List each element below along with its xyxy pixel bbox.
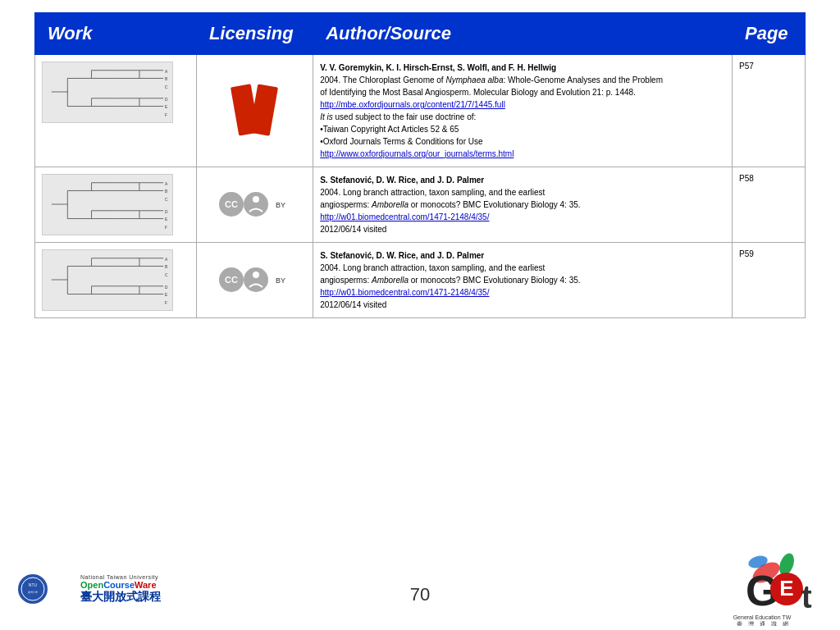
- svg-text:B: B: [165, 189, 167, 194]
- ntu-seal-icon: NTU 臺灣大學: [16, 564, 74, 614]
- get-logo: G E t General Education TW 臺 灣 通 識 網: [696, 552, 828, 626]
- svg-text:E: E: [779, 576, 793, 600]
- course-text: Course: [103, 580, 135, 590]
- svg-text:A: A: [165, 258, 168, 262]
- svg-text:t: t: [801, 580, 812, 614]
- svg-text:E: E: [165, 105, 168, 109]
- svg-text:D: D: [165, 98, 168, 102]
- svg-point-90: [18, 574, 48, 604]
- svg-rect-27: [249, 84, 278, 135]
- page-number-cell: P57: [733, 55, 806, 167]
- table-row: ABCDEFCCBYS. Stefanović, D. W. Rice, and…: [35, 243, 806, 318]
- ocw-brand: OpenCourseWare: [80, 580, 161, 590]
- svg-text:C: C: [165, 273, 168, 277]
- ocw-text-block: National Taiwan University OpenCourseWar…: [80, 574, 161, 605]
- work-image: ABCDEF: [42, 62, 173, 123]
- work-image: ABCDEF: [42, 249, 173, 311]
- work-cell: ABCDEF: [35, 55, 197, 167]
- svg-text:F: F: [165, 226, 167, 230]
- work-header: Work: [35, 13, 197, 55]
- work-cell: ABCDEF: [35, 167, 197, 243]
- licensing-header: Licensing: [196, 13, 313, 55]
- svg-text:BY: BY: [276, 201, 285, 209]
- author-cell: V. V. Goremykin, K. I. Hirsch-Ernst, S. …: [313, 55, 733, 167]
- svg-point-57: [253, 196, 259, 203]
- svg-text:BY: BY: [276, 276, 285, 285]
- ocw-chinese-label: 臺大開放式課程: [80, 590, 161, 605]
- work-cell: ABCDEF: [35, 243, 197, 318]
- author-header: Author/Source: [313, 13, 733, 55]
- svg-text:General Education TW: General Education TW: [733, 614, 792, 620]
- svg-text:C: C: [165, 198, 168, 202]
- svg-text:B: B: [165, 77, 167, 81]
- svg-text:F: F: [165, 113, 167, 117]
- page-number-cell: P58: [733, 167, 806, 243]
- work-image: ABCDEF: [42, 174, 173, 235]
- open-text: Open: [80, 580, 103, 590]
- page-number-cell: P59: [733, 243, 806, 318]
- licensing-cell: CCBY: [196, 167, 313, 243]
- university-label: National Taiwan University: [80, 574, 161, 580]
- svg-text:C: C: [165, 85, 168, 89]
- svg-point-88: [253, 272, 259, 278]
- author-cell: S. Stefanović, D. W. Rice, and J. D. Pal…: [313, 167, 733, 243]
- source-link[interactable]: http://w01.biomedcentral.com/1471-2148/4…: [320, 212, 489, 221]
- ware-text: Ware: [135, 580, 157, 590]
- svg-text:F: F: [165, 301, 167, 305]
- svg-point-87: [244, 267, 268, 292]
- get-logo-svg: G E t General Education TW 臺 灣 通 識 網: [696, 552, 828, 626]
- svg-text:E: E: [165, 293, 168, 297]
- main-table: Work Licensing Author/Source Page ABCDEF…: [34, 12, 806, 318]
- svg-text:D: D: [165, 285, 168, 290]
- page-number: 70: [410, 584, 430, 605]
- source-link[interactable]: http://mbe.oxfordjournals.org/content/21…: [320, 100, 505, 109]
- svg-text:A: A: [165, 70, 168, 74]
- licensing-cell: [196, 55, 313, 167]
- author-cell: S. Stefanović, D. W. Rice, and J. D. Pal…: [313, 243, 733, 318]
- source-link[interactable]: http://www.oxfordjournals.org/our_journa…: [320, 149, 514, 158]
- svg-text:NTU: NTU: [29, 582, 38, 587]
- licensing-cell: CCBY: [196, 243, 313, 318]
- source-link[interactable]: http://w01.biomedcentral.com/1471-2148/4…: [320, 288, 489, 297]
- svg-point-56: [244, 192, 268, 217]
- table-header: Work Licensing Author/Source Page: [35, 13, 806, 55]
- svg-text:E: E: [165, 217, 168, 221]
- ocw-logo: NTU 臺灣大學 National Taiwan University Open…: [16, 564, 161, 614]
- svg-text:D: D: [165, 210, 168, 214]
- page-header: Page: [733, 13, 806, 55]
- svg-text:臺　灣　通　識　網: 臺 灣 通 識 網: [737, 621, 788, 626]
- table-row: ABCDEFCCBYS. Stefanović, D. W. Rice, and…: [35, 167, 806, 243]
- table-row: ABCDEFV. V. Goremykin, K. I. Hirsch-Erns…: [35, 55, 806, 167]
- svg-text:A: A: [165, 182, 168, 186]
- svg-text:臺灣大學: 臺灣大學: [28, 591, 38, 594]
- svg-text:B: B: [165, 265, 167, 269]
- svg-text:CC: CC: [225, 199, 238, 209]
- svg-text:CC: CC: [225, 275, 238, 285]
